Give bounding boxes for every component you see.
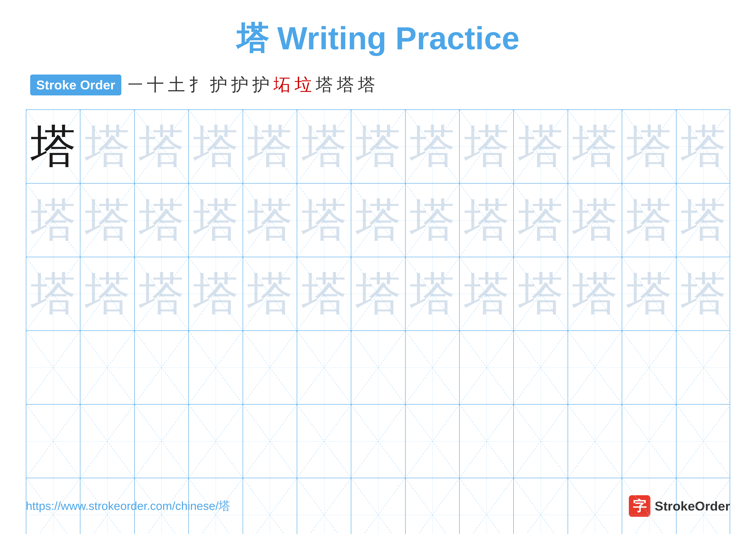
grid-cell-3-13[interactable]: 塔	[676, 257, 731, 330]
grid-cell-3-8[interactable]: 塔	[406, 257, 460, 330]
grid-cell-5-1[interactable]	[26, 405, 80, 478]
grid-cell-2-2[interactable]: 塔	[80, 184, 134, 257]
grid-cell-4-8[interactable]	[406, 331, 460, 404]
stroke-order-row: Stroke Order 一 十 土 扌 护 护 护 坧 垃 塔 塔 塔	[26, 73, 730, 96]
grid-cell-2-4[interactable]: 塔	[189, 184, 243, 257]
grid-cell-4-10[interactable]	[514, 331, 568, 404]
grid-cell-4-12[interactable]	[622, 331, 676, 404]
grid-cell-4-5[interactable]	[243, 331, 297, 404]
svg-line-113	[243, 405, 297, 478]
grid-cell-1-6[interactable]: 塔	[297, 110, 351, 183]
svg-line-127	[622, 405, 676, 478]
cell-char-2-9: 塔	[464, 197, 509, 243]
grid-cell-1-12[interactable]: 塔	[622, 110, 676, 183]
grid-cell-4-1[interactable]	[26, 331, 80, 404]
stroke-step-10: 塔	[337, 73, 354, 96]
cell-char-3-6: 塔	[302, 271, 347, 317]
svg-line-108	[135, 405, 188, 478]
grid-cell-2-12[interactable]: 塔	[622, 184, 676, 257]
grid-cell-5-7[interactable]	[351, 405, 405, 478]
svg-line-106	[80, 405, 134, 478]
grid-cell-3-3[interactable]: 塔	[135, 257, 189, 330]
svg-line-123	[514, 405, 567, 478]
grid-cell-2-13[interactable]: 塔	[676, 184, 731, 257]
svg-line-124	[568, 405, 622, 478]
svg-line-94	[460, 331, 513, 404]
grid-cell-2-11[interactable]: 塔	[568, 184, 622, 257]
grid-cell-5-8[interactable]	[406, 405, 460, 478]
page: 塔 Writing Practice Stroke Order 一 十 土 扌 …	[0, 0, 756, 534]
grid-cell-1-10[interactable]: 塔	[514, 110, 568, 183]
grid-cell-4-6[interactable]	[297, 331, 351, 404]
grid-cell-3-10[interactable]: 塔	[514, 257, 568, 330]
grid-cell-3-12[interactable]: 塔	[622, 257, 676, 330]
grid-cell-5-3[interactable]	[135, 405, 189, 478]
grid-cell-2-6[interactable]: 塔	[297, 184, 351, 257]
svg-line-98	[568, 331, 622, 404]
cell-char-3-12: 塔	[627, 271, 672, 317]
cell-char-2-13: 塔	[681, 197, 726, 243]
cell-char-2-7: 塔	[356, 197, 401, 243]
grid-cell-3-9[interactable]: 塔	[460, 257, 514, 330]
grid-cell-4-4[interactable]	[189, 331, 243, 404]
grid-cell-4-2[interactable]	[80, 331, 134, 404]
grid-cell-1-7[interactable]: 塔	[351, 110, 405, 183]
grid-cell-5-13[interactable]	[676, 405, 731, 478]
grid-cell-2-5[interactable]: 塔	[243, 184, 297, 257]
grid-cell-3-1[interactable]: 塔	[26, 257, 80, 330]
grid-cell-1-9[interactable]: 塔	[460, 110, 514, 183]
grid-cell-5-4[interactable]	[189, 405, 243, 478]
grid-cell-5-9[interactable]	[460, 405, 514, 478]
grid-cell-5-12[interactable]	[622, 405, 676, 478]
grid-cell-2-9[interactable]: 塔	[460, 184, 514, 257]
brand-icon-char: 字	[633, 497, 647, 516]
grid-cell-1-11[interactable]: 塔	[568, 110, 622, 183]
grid-cell-3-7[interactable]: 塔	[351, 257, 405, 330]
cell-char-1-5: 塔	[247, 124, 292, 169]
grid-cell-5-2[interactable]	[80, 405, 134, 478]
grid-cell-4-7[interactable]	[351, 331, 405, 404]
svg-line-107	[80, 405, 134, 478]
grid-cell-4-13[interactable]	[676, 331, 731, 404]
cell-char-1-4: 塔	[193, 124, 238, 169]
grid-cell-2-8[interactable]: 塔	[406, 184, 460, 257]
grid-cell-5-11[interactable]	[568, 405, 622, 478]
grid-cell-2-3[interactable]: 塔	[135, 184, 189, 257]
cell-char-3-5: 塔	[247, 271, 292, 317]
grid-cell-5-10[interactable]	[514, 405, 568, 478]
grid-cell-4-9[interactable]	[460, 331, 514, 404]
cell-char-3-7: 塔	[356, 271, 401, 317]
grid-cell-3-4[interactable]: 塔	[189, 257, 243, 330]
grid-cell-2-1[interactable]: 塔	[26, 184, 80, 257]
grid-cell-1-8[interactable]: 塔	[406, 110, 460, 183]
grid-cell-2-10[interactable]: 塔	[514, 184, 568, 257]
svg-line-101	[622, 331, 676, 404]
svg-line-121	[460, 405, 513, 478]
grid-cell-1-5[interactable]: 塔	[243, 110, 297, 183]
grid-cell-5-5[interactable]	[243, 405, 297, 478]
grid-cell-1-3[interactable]: 塔	[135, 110, 189, 183]
svg-line-79	[26, 331, 80, 404]
grid-cell-1-2[interactable]: 塔	[80, 110, 134, 183]
svg-line-91	[351, 331, 405, 404]
svg-line-82	[135, 331, 188, 404]
svg-line-90	[351, 331, 405, 404]
svg-line-81	[80, 331, 134, 404]
cell-char-1-12: 塔	[627, 124, 672, 169]
grid-cell-1-1[interactable]: 塔	[26, 110, 80, 183]
svg-line-112	[243, 405, 297, 478]
grid-cell-3-6[interactable]: 塔	[297, 257, 351, 330]
svg-line-120	[460, 405, 513, 478]
grid-cell-1-13[interactable]: 塔	[676, 110, 731, 183]
grid-cell-4-3[interactable]	[135, 331, 189, 404]
grid-cell-3-5[interactable]: 塔	[243, 257, 297, 330]
grid-cell-2-7[interactable]: 塔	[351, 184, 405, 257]
svg-line-110	[189, 405, 242, 478]
stroke-order-badge: Stroke Order	[30, 75, 121, 95]
grid-cell-5-6[interactable]	[297, 405, 351, 478]
grid-cell-1-4[interactable]: 塔	[189, 110, 243, 183]
grid-cell-3-2[interactable]: 塔	[80, 257, 134, 330]
grid-cell-4-11[interactable]	[568, 331, 622, 404]
grid-cell-3-11[interactable]: 塔	[568, 257, 622, 330]
svg-line-95	[460, 331, 513, 404]
